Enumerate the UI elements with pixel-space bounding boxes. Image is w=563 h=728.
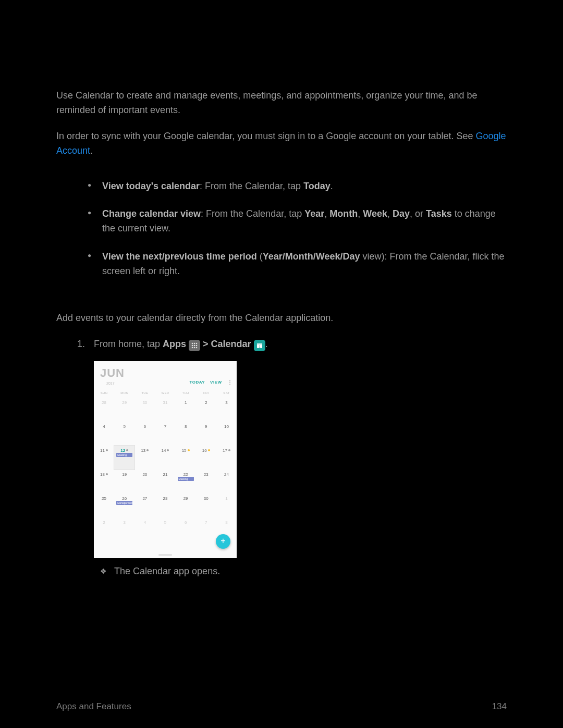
calendar-day-cell[interactable]: 17 (216, 446, 237, 470)
calendar-day-cell[interactable]: 20 (134, 470, 155, 493)
weekday-header: SUN (94, 388, 114, 398)
bullet-kw: Month (329, 208, 358, 219)
calendar-day-cell[interactable]: 30 (196, 493, 216, 517)
calendar-day-cell[interactable]: 7 (155, 422, 175, 446)
document-page: Use Calendar to create and manage events… (0, 0, 563, 728)
calendar-screenshot: JUN 2017 TODAY VIEW ⋮ SUNMONTUEWEDTHUFRI… (94, 361, 237, 558)
calendar-day-cell[interactable]: 26Management (114, 493, 134, 517)
weekday-header: MON (114, 388, 134, 398)
intro-paragraph-2: In order to sync with your Google calend… (56, 129, 507, 158)
calendar-day-cell[interactable]: 28 (94, 398, 114, 422)
calendar-day-cell[interactable]: 6 (176, 517, 196, 541)
calendar-day-cell[interactable]: 4 (94, 422, 114, 446)
weekday-header: THU (176, 388, 196, 398)
shot-header: JUN 2017 TODAY VIEW ⋮ (94, 361, 237, 388)
add-event-fab[interactable]: + (216, 534, 230, 549)
bullet-lead: Change calendar view (102, 208, 201, 219)
steps-list: 1. From home, tap Apps > Calendar 1 . JU… (77, 337, 507, 579)
calendar-day-cell[interactable]: 28 (155, 493, 175, 517)
footer-section: Apps and Features (56, 700, 131, 713)
weather-dot-icon (188, 449, 190, 451)
calendar-day-cell[interactable]: 14 (155, 446, 175, 470)
calendar-day-cell[interactable]: 23 (196, 470, 216, 493)
bullet-list: View today's calendar: From the Calendar… (88, 179, 507, 279)
calendar-day-cell[interactable]: 5 (114, 422, 134, 446)
step-text-a: From home, tap (94, 339, 163, 349)
shot-month: JUN (100, 364, 125, 382)
calendar-event-chip[interactable]: Meeting (178, 477, 194, 481)
step-tail: . (265, 339, 268, 349)
calendar-event-chip[interactable]: Meeting (116, 453, 132, 457)
calendar-day-cell[interactable]: 3 (114, 517, 134, 541)
calendar-day-cell[interactable]: 10 (216, 422, 237, 446)
bullet-kw: Day (393, 208, 410, 219)
footer-page-number: 134 (492, 700, 507, 713)
calendar-day-cell[interactable]: 29 (176, 493, 196, 517)
calendar-day-cell[interactable]: 15 (176, 446, 196, 470)
bullet-text: : From the Calendar, tap (201, 208, 304, 219)
calendar-day-cell[interactable]: 2 (94, 517, 114, 541)
calendar-icon: 1 (254, 340, 265, 351)
calendar-day-cell[interactable]: 18 (94, 470, 114, 493)
calendar-day-cell[interactable]: 2 (196, 398, 216, 422)
today-button[interactable]: TODAY (189, 379, 205, 386)
bullet-kw: Week (363, 208, 387, 219)
apps-icon (189, 340, 200, 351)
calendar-day-cell[interactable]: 25 (94, 493, 114, 517)
weather-dot-icon (208, 449, 210, 451)
calendar-day-cell[interactable]: 19 (114, 470, 134, 493)
diamond-icon: ❖ (100, 564, 107, 579)
calendar-day-cell[interactable]: 8 (176, 422, 196, 446)
calendar-day-cell[interactable]: 7 (196, 517, 216, 541)
bullet-kw: Tasks (426, 208, 452, 219)
calendar-day-cell[interactable]: 1 (176, 398, 196, 422)
calendar-day-cell[interactable]: 13 (134, 446, 155, 470)
calendar-day-cell[interactable]: 22Meeting (176, 470, 196, 493)
weekday-header: WED (155, 388, 175, 398)
calendar-day-cell[interactable]: 16 (196, 446, 216, 470)
svg-point-6 (192, 347, 193, 349)
svg-point-5 (196, 345, 198, 347)
calendar-day-cell[interactable]: 31 (155, 398, 175, 422)
home-indicator (158, 554, 172, 556)
svg-point-1 (194, 343, 195, 344)
calendar-day-cell[interactable]: 29 (114, 398, 134, 422)
bullet-keyword: Today (303, 181, 331, 191)
calendar-day-cell[interactable]: 11 (94, 446, 114, 470)
calendar-day-cell[interactable]: 12Meeting (114, 446, 134, 470)
calendar-day-cell[interactable]: 24 (216, 470, 237, 493)
page-footer: Apps and Features 134 (56, 700, 507, 713)
calendar-day-cell[interactable]: 3 (216, 398, 237, 422)
intro-p2-a: In order to sync with your Google calend… (56, 131, 475, 141)
intro-paragraph-1: Use Calendar to create and manage events… (56, 89, 507, 118)
weekday-header: TUE (134, 388, 155, 398)
step-result: ❖ The Calendar app opens. (100, 564, 507, 579)
bullet-paren-a: ( (257, 251, 263, 262)
svg-point-0 (192, 343, 193, 344)
svg-point-4 (194, 345, 195, 347)
weekday-header: SAT (216, 388, 237, 398)
bullet-kw: Year (304, 208, 324, 219)
weather-dot-icon (106, 449, 108, 451)
bullet-tail: . (331, 181, 333, 191)
calendar-event-chip[interactable]: Management (116, 501, 132, 505)
svg-point-2 (196, 343, 198, 344)
bullet-lead: View the next/previous time period (102, 251, 257, 262)
calendar-day-cell[interactable]: 9 (196, 422, 216, 446)
svg-point-3 (192, 345, 193, 347)
spacer (56, 292, 507, 311)
calendar-day-cell[interactable]: 5 (155, 517, 175, 541)
calendar-day-cell[interactable]: 27 (134, 493, 155, 517)
step-number: 1. (77, 337, 85, 352)
bullet-text: : From the Calendar, tap (200, 181, 303, 191)
overflow-menu-icon[interactable]: ⋮ (227, 378, 233, 387)
step-item: 1. From home, tap Apps > Calendar 1 . JU… (77, 337, 507, 579)
calendar-day-cell[interactable]: 6 (134, 422, 155, 446)
calendar-day-cell[interactable]: 1 (216, 493, 237, 517)
calendar-day-cell[interactable]: 30 (134, 398, 155, 422)
view-button[interactable]: VIEW (210, 379, 222, 386)
calendar-day-cell[interactable]: 4 (134, 517, 155, 541)
calendar-day-cell[interactable]: 21 (155, 470, 175, 493)
svg-point-7 (194, 347, 195, 349)
weekday-header: FRI (196, 388, 216, 398)
